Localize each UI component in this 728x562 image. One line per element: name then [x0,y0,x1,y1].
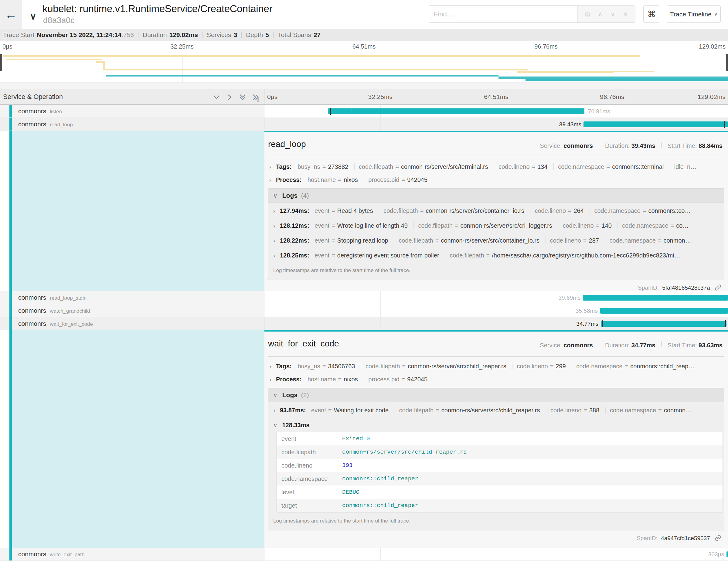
timeline-tick: 129.02ms [698,93,726,100]
span-name-cell[interactable]: conmonrswatch_grandchild [0,304,264,317]
log-entry-expanded[interactable]: ∨ 128.33ms [268,417,724,429]
timeline-minimap: 0μs 32.25ms 64.51ms 96.76ms 129.02ms [0,41,728,89]
span-bar[interactable] [601,321,726,327]
minimap-span-line [526,79,728,81]
log-field: code.filepath=conmon-rs/server/src/cri_l… [413,222,552,229]
logs-count: (4) [301,192,309,199]
table-row: event Exited 0 [277,432,723,445]
logs-header[interactable]: ∨ Logs (2) [268,388,724,402]
clear-find-icon[interactable]: ✕ [623,11,628,18]
span-bar[interactable] [583,295,728,301]
copy-link-icon[interactable] [715,535,721,541]
span-bar[interactable] [328,108,584,114]
minimap-tick: 32.25ms [170,43,194,50]
tag-pill: busy_ns=34506763 [298,363,355,370]
chevron-down-icon: ∨ [714,12,717,17]
operation-name: wait_for_exit_code [50,321,93,327]
operation-name: read_loop_stdin [50,295,87,301]
minimap-tick: 64.51ms [352,43,376,50]
detail-content: wait_for_exit_code Service: conmonrs Dur… [264,330,728,548]
log-field: code.lineno=140 [558,222,611,229]
divider [138,32,138,38]
services-label: Services [207,31,231,39]
tags-row[interactable]: › Tags: busy_ns=34506763 code.filepath=c… [268,363,724,370]
find-input[interactable] [428,6,577,22]
service-meta-label: Service: [540,342,562,349]
span-row-listen: conmonrslisten 70.91ms [0,105,728,118]
next-match-icon[interactable]: ∨ [611,11,615,18]
expand-one-icon[interactable] [226,93,233,101]
span-name-cell[interactable]: conmonrsread_loop [0,118,264,131]
tags-row[interactable]: › Tags: busy_ns=273882 code.filepath=con… [268,163,724,170]
focus-match-icon[interactable]: ◎ [585,11,590,18]
logs-label: Logs [282,192,298,199]
span-detail-wait-for-exit-code: wait_for_exit_code Service: conmonrs Dur… [0,330,728,548]
log-entry[interactable]: › 128.12ms: event=Wrote log line of leng… [268,217,724,232]
duration-meta-value: 39.43ms [631,142,655,149]
span-name-cell[interactable]: conmonrswait_for_exit_code [0,317,264,330]
trace-start-fraction: .756 [121,31,134,39]
log-field: code.namespace=conmon… [605,237,691,244]
detail-indent-fill [12,131,264,291]
chevron-right-icon: › [273,223,275,229]
copy-link-icon[interactable] [715,284,721,291]
span-indent-bar [9,304,12,317]
span-name-cell[interactable]: conmonrsread_loop_stdin [0,291,264,304]
process-row[interactable]: › Process: host.name=nixos process.pid=9… [268,376,724,383]
column-resizer-grip[interactable]: ∥ [257,96,260,103]
logs-count: (2) [301,391,309,398]
log-marker [351,108,351,115]
span-name-cell[interactable]: conmonrslisten [0,105,264,118]
timeline-tick: 32.25ms [368,93,393,100]
divider [268,157,724,157]
keyboard-shortcuts-button[interactable]: ⌘ [643,5,660,23]
process-row[interactable]: › Process: host.name=nixos process.pid=9… [268,176,724,183]
tags-label: Tags: [276,363,292,370]
collapse-all-icon[interactable] [239,93,247,101]
tag-pill: code.lineno=134 [494,163,547,170]
span-duration-label: 34.77ms [576,317,598,330]
span-bar[interactable] [600,308,728,314]
log-entry[interactable]: › 127.94ms: event=Read 4 bytes code.file… [268,203,724,217]
divider [273,32,274,38]
services-value: 3 [234,31,237,39]
span-bar[interactable] [726,551,728,557]
tag-pill: code.namespace=conmonrs::child_reap… [572,363,694,370]
log-marker [330,108,331,115]
log-entry[interactable]: › 128.25ms: event=deregistering event so… [268,247,724,262]
chevron-right-icon: › [273,237,275,244]
log-timestamp: 127.94ms: [280,207,309,214]
back-button[interactable]: ← [0,0,22,29]
trace-title-chevron-icon[interactable]: ∨ [30,11,36,22]
span-bar[interactable] [583,121,728,127]
span-id-row: SpanID: 4a947cfd1ce59537 [268,530,724,542]
view-selector-button[interactable]: Trace Timeline ∨ [667,5,721,23]
span-duration-label: 70.91ms [588,105,610,118]
divider [599,341,599,347]
viewport-drag-handle-left[interactable] [0,54,2,71]
service-name: conmonrs [18,107,46,114]
log-entry[interactable]: › 93.87ms: event=Waiting for exit code c… [268,402,724,417]
duration-value: 129.02ms [169,31,198,39]
trace-start-value: November 15 2022, 11:24:14 [37,31,121,39]
span-track: 35.58ms [264,304,728,317]
service-meta-value: conmonrs [563,342,593,349]
operation-name: write_exit_path [50,552,84,557]
service-name: conmonrs [18,294,46,301]
log-field: code.namespace=conmonrs::co… [590,207,691,214]
collapse-one-icon[interactable] [213,93,220,101]
viewport-drag-handle-right[interactable] [726,54,728,71]
log-timestamp: 128.12ms: [280,222,309,229]
chevron-down-icon: ∨ [273,392,277,398]
table-row: level DEBUG [277,485,723,499]
logs-header[interactable]: ∨ Logs (4) [268,189,724,203]
log-marker [724,121,725,128]
minimap-tick-labels: 0μs 32.25ms 64.51ms 96.76ms 129.02ms [0,43,728,51]
span-duration-label: 39.69ms [559,291,581,304]
span-name-cell[interactable]: conmonrswrite_exit_path [0,548,264,561]
minimap-canvas[interactable] [0,54,728,83]
chevron-down-icon: ∨ [273,422,277,428]
prev-match-icon[interactable]: ∧ [598,11,603,18]
log-entry[interactable]: › 128.22ms: event=Stopping read loop cod… [268,232,724,247]
start-meta-label: Start Time: [668,342,697,349]
